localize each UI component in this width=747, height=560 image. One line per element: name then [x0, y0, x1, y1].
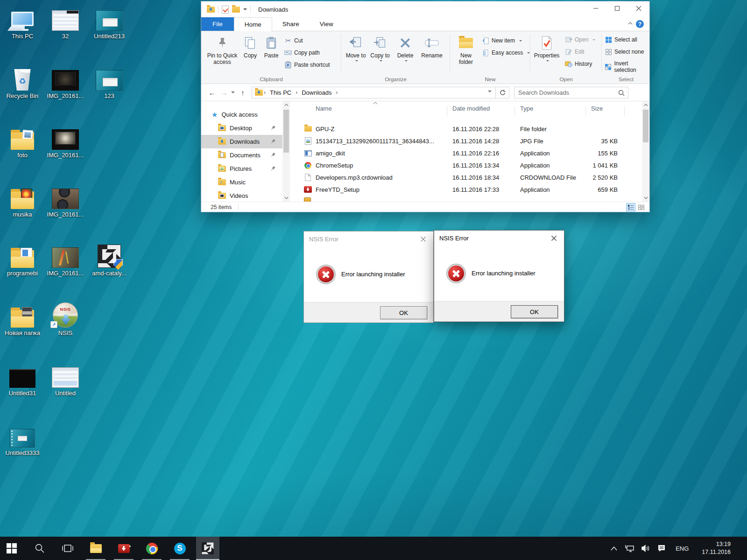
- desktop-icon-foto[interactable]: foto: [1, 123, 44, 159]
- ok-button[interactable]: OK: [380, 306, 427, 319]
- easy-access-button[interactable]: Easy access: [482, 49, 530, 56]
- column-header-size[interactable]: Size: [591, 105, 603, 112]
- taskbar-amd-active[interactable]: [196, 537, 219, 560]
- forward-button[interactable]: →: [218, 89, 230, 97]
- language-indicator[interactable]: ENG: [672, 545, 692, 552]
- volume-icon[interactable]: [640, 542, 651, 554]
- column-header-name[interactable]: Name: [316, 105, 332, 112]
- desktop-icon-this-pc[interactable]: This PC: [1, 4, 44, 40]
- help-icon[interactable]: ?: [636, 20, 644, 28]
- desktop-icon-32[interactable]: 32: [44, 4, 87, 40]
- tray-expand-chevron-icon[interactable]: [608, 542, 620, 554]
- taskbar-ytd[interactable]: [112, 537, 135, 560]
- new-folder-button[interactable]: New folder: [454, 35, 478, 66]
- sidebar-item-pictures[interactable]: Pictures: [201, 162, 282, 175]
- desktop-icon-untitled3333[interactable]: Untitled3333: [1, 420, 44, 456]
- up-button[interactable]: ↑: [237, 89, 249, 97]
- scroll-up-icon[interactable]: [642, 101, 649, 109]
- invert-selection-button[interactable]: Invert selection: [605, 60, 650, 73]
- scrollbar-thumb[interactable]: [643, 110, 648, 142]
- desktop-icon-img-photo-3[interactable]: IMG_20161...: [44, 182, 87, 218]
- action-center-icon[interactable]: [656, 542, 667, 554]
- pin-to-quick-access-button[interactable]: Pin to Quick access: [206, 35, 239, 66]
- sidebar-item-downloads[interactable]: Downloads: [201, 135, 282, 148]
- delete-button[interactable]: Delete: [394, 35, 417, 62]
- file-list-scrollbar[interactable]: [642, 101, 649, 202]
- column-header-date-modified[interactable]: Date modified: [452, 105, 490, 112]
- tab-share[interactable]: Share: [272, 17, 310, 31]
- minimize-button[interactable]: [585, 1, 606, 15]
- tab-file[interactable]: File: [201, 17, 234, 31]
- close-button[interactable]: [628, 1, 649, 15]
- taskbar-skype[interactable]: S: [168, 537, 191, 560]
- desktop-icon-img-photo-4[interactable]: IMG_20161...: [44, 241, 87, 277]
- dialog-close-button[interactable]: [413, 231, 433, 246]
- sidebar-item-documents[interactable]: Documents: [201, 148, 282, 162]
- scrollbar-thumb[interactable]: [283, 110, 289, 153]
- maximize-button[interactable]: [606, 1, 628, 15]
- desktop-icon-novaya-papka[interactable]: Новая папка: [1, 301, 44, 336]
- desktop-icon-nsis[interactable]: NSIS ↗ NSIS: [44, 301, 87, 336]
- taskbar-chrome[interactable]: [140, 537, 163, 560]
- details-view-button[interactable]: [626, 203, 635, 211]
- scroll-down-icon[interactable]: [642, 194, 649, 202]
- taskbar-search-button[interactable]: [28, 537, 51, 560]
- file-row-freeytd[interactable]: FreeYTD_Setup 16.11.2016 17:33 Applicati…: [290, 183, 642, 196]
- task-view-button[interactable]: [56, 537, 79, 560]
- search-box[interactable]: [514, 87, 628, 98]
- file-row-jpg[interactable]: 15134713_1132992600111731_36344843... 16…: [290, 135, 642, 147]
- start-button[interactable]: [0, 537, 23, 560]
- file-row-chromesetup[interactable]: ChromeSetup 16.11.2016 13:34 Application…: [290, 159, 642, 171]
- desktop-icon-untitled[interactable]: Untitled: [44, 361, 87, 397]
- properties-button[interactable]: Properties: [532, 35, 561, 62]
- back-button[interactable]: ←: [206, 89, 218, 97]
- desktop-icon-recycle-bin[interactable]: ♻ Recycle Bin: [1, 63, 44, 99]
- paste-button[interactable]: Paste: [261, 35, 282, 59]
- copy-to-button[interactable]: Copy to: [368, 35, 392, 62]
- recent-locations-chevron-icon[interactable]: [231, 91, 235, 95]
- breadcrumb-downloads[interactable]: Downloads: [298, 89, 335, 96]
- cut-button[interactable]: ✂ Cut: [284, 37, 303, 44]
- new-folder-quick-icon[interactable]: [232, 7, 240, 13]
- tab-home[interactable]: Home: [234, 17, 272, 31]
- customize-toolbar-chevron-icon[interactable]: [243, 8, 247, 12]
- sidebar-item-music[interactable]: ♪ Music: [201, 175, 282, 189]
- desktop-icon-img-photo-2[interactable]: IMG_20161...: [44, 123, 87, 159]
- desktop-icon-programebi[interactable]: programebi: [1, 241, 44, 277]
- search-input[interactable]: [514, 89, 613, 96]
- copy-button[interactable]: Copy: [240, 35, 260, 59]
- tab-view[interactable]: View: [310, 17, 344, 31]
- desktop-icon-amd-catalyst[interactable]: amd-cataly...: [88, 241, 131, 277]
- minimize-ribbon-chevron-icon[interactable]: [628, 22, 633, 25]
- sidebar-item-quick-access[interactable]: ★ Quick access: [201, 108, 282, 121]
- select-none-button[interactable]: Select none: [605, 48, 644, 56]
- ok-button[interactable]: OK: [511, 305, 558, 318]
- edit-button[interactable]: Edit: [565, 48, 585, 56]
- desktop-icon-untitled31[interactable]: Untitled31: [1, 361, 44, 397]
- history-button[interactable]: History: [565, 60, 592, 68]
- rename-button[interactable]: Rename: [419, 35, 445, 59]
- new-item-button[interactable]: New item: [482, 37, 522, 44]
- clock[interactable]: 13:19 17.11.2016: [697, 540, 735, 556]
- refresh-button[interactable]: [496, 87, 509, 98]
- desktop-icon-musika[interactable]: musika: [1, 182, 44, 218]
- copy-path-button[interactable]: Copy path: [284, 49, 320, 56]
- title-bar[interactable]: Downloads: [201, 1, 649, 17]
- open-button[interactable]: Open: [565, 36, 595, 43]
- desktop-icon-untitled213[interactable]: Untitled213: [88, 4, 131, 40]
- file-row-gpu-z[interactable]: GPU-Z 16.11.2016 22:28 File folder: [290, 123, 642, 135]
- large-icons-view-button[interactable]: [636, 203, 646, 211]
- scroll-up-icon[interactable]: [282, 101, 290, 109]
- sidebar-item-videos[interactable]: Videos: [201, 189, 282, 203]
- file-row-amigo-dkit[interactable]: amigo_dkit 16.11.2016 22:16 Application …: [290, 147, 642, 159]
- column-header-type[interactable]: Type: [520, 105, 533, 112]
- properties-quick-icon[interactable]: [222, 6, 229, 14]
- address-dropdown-chevron-icon[interactable]: [488, 91, 492, 94]
- desktop-icon-img-photo-1[interactable]: IMG_20161...: [44, 63, 87, 99]
- file-row-crdownload[interactable]: Developers.mp3.crdownload 16.11.2016 18:…: [290, 171, 642, 183]
- taskbar-file-explorer[interactable]: [84, 537, 107, 560]
- sidebar-item-desktop[interactable]: Desktop: [201, 121, 282, 135]
- breadcrumb[interactable]: › This PC › Downloads ›: [252, 87, 496, 98]
- select-all-button[interactable]: Select all: [605, 36, 637, 43]
- dialog-close-button[interactable]: [543, 231, 564, 245]
